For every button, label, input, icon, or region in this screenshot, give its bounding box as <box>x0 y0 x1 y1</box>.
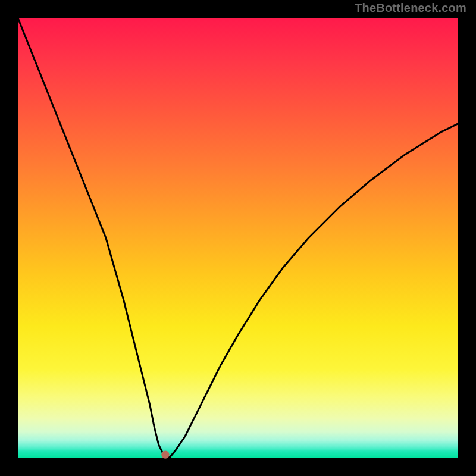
watermark-text: TheBottleneck.com <box>355 1 466 15</box>
plot-svg <box>18 18 458 458</box>
optimum-marker <box>161 450 169 458</box>
plot-area <box>18 18 458 458</box>
bottleneck-curve <box>18 18 458 458</box>
chart-frame: TheBottleneck.com <box>0 0 476 476</box>
